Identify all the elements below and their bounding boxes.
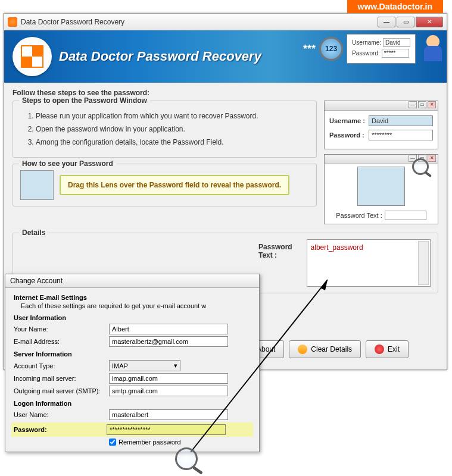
details-legend: Details [19, 228, 48, 237]
steps-fieldset: Steps to open the Password Window Please… [13, 101, 317, 158]
outgoing-label: Outgoing mail server (SMTP): [14, 387, 109, 394]
mini1-username-label: Username : [329, 117, 366, 124]
svg-marker-1 [320, 280, 328, 290]
account-type-value: IMAP [112, 362, 128, 369]
people-icon [419, 35, 443, 62]
email-address-label: E-mail Address: [14, 338, 109, 345]
steps-legend: Steps to open the Password Window [19, 96, 150, 105]
lens-drag-source[interactable] [20, 170, 54, 200]
lens-icon: 123 [319, 37, 343, 61]
app-icon [8, 17, 17, 27]
url-banner: www.Datadoctor.in [347, 0, 444, 13]
minimize-button[interactable]: — [378, 17, 395, 27]
svg-line-0 [191, 280, 328, 452]
card-username-label: Username: [352, 39, 381, 46]
mini1-password-value: ******** [369, 130, 433, 140]
account-type-select[interactable]: IMAP▾ [109, 360, 180, 371]
password-stars: *** [303, 43, 316, 55]
incoming-label: Incoming mail server: [14, 375, 109, 382]
password-text-label: Password Text : [258, 239, 298, 259]
password-label: Password: [11, 426, 107, 433]
credential-card: Username:David Password:***** [347, 34, 416, 64]
logo-icon [13, 37, 52, 76]
mini1-password-label: Password : [329, 131, 366, 139]
step-3: Among the configuration details, locate … [36, 138, 309, 146]
card-password-label: Password: [352, 50, 380, 57]
banner-title: Data Doctor Password Recovery [59, 49, 261, 64]
mini-canvas [357, 167, 405, 206]
lens-overlay-icon[interactable] [175, 447, 198, 470]
maximize-button[interactable]: ▭ [397, 17, 414, 27]
exit-label: Exit [388, 345, 400, 353]
titlebar: Data Doctor Password Recovery — ▭ ✕ [4, 14, 447, 30]
your-name-label: Your Name: [14, 325, 109, 333]
example-window-1: —▭✕ Username :David Password :******** [324, 101, 438, 149]
card-username-value: David [383, 38, 410, 47]
exit-button[interactable]: Exit [366, 340, 409, 358]
howto-legend: How to see your Password [19, 159, 116, 168]
card-password-value: ***** [382, 49, 409, 58]
mini2-pw-label: Password Text : [336, 212, 382, 219]
account-type-label: Account Type: [14, 362, 109, 369]
intro-text: Follow these steps to see the password: [13, 89, 438, 97]
mini1-username-value: David [369, 115, 433, 126]
lens-icon [412, 158, 429, 175]
drag-message: Drag this Lens over the Password field t… [60, 175, 289, 195]
banner: Data Doctor Password Recovery *** 123 Us… [4, 30, 447, 83]
howto-fieldset: How to see your Password Drag this Lens … [13, 164, 317, 206]
mini2-pw-input [385, 211, 426, 220]
remember-label: Remember password [119, 439, 181, 446]
step-2: Open the password window in your applica… [36, 125, 309, 133]
exit-icon [375, 345, 384, 354]
window-title: Data Doctor Password Recovery [21, 18, 378, 26]
chevron-down-icon: ▾ [174, 362, 177, 369]
arrow-annotation [185, 274, 339, 458]
close-button[interactable]: ✕ [416, 17, 443, 27]
remember-checkbox[interactable] [109, 439, 116, 446]
username-label: User Name: [14, 411, 109, 418]
step-1: Please run your application from which y… [36, 112, 309, 120]
